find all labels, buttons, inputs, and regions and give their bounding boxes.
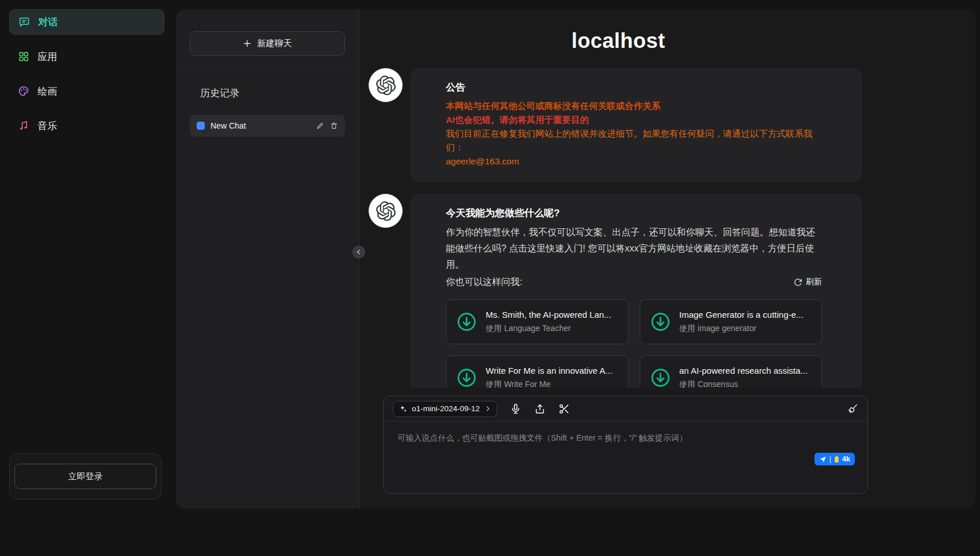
sidebar-item-label: 绘画	[37, 85, 57, 98]
chat-history-item[interactable]: New Chat	[190, 115, 345, 137]
plus-icon	[243, 39, 251, 48]
model-selector[interactable]: o1-mini-2024-09-12	[393, 401, 497, 417]
suggestion-title: an AI-powered research assista...	[679, 366, 808, 375]
sidebar-item-apps[interactable]: 应用	[9, 44, 164, 69]
chat-icon	[18, 16, 30, 28]
suggestion-text: Image Generator is a cutting-e... 使用 ima…	[679, 310, 803, 334]
token-badge[interactable]: | 4k	[814, 453, 855, 465]
suggestion-text: Write For Me is an innovative A... 使用 Wr…	[486, 366, 613, 388]
bot-message-announcement: 公告 本网站与任何其他公司或商标没有任何关联或合作关系 AI也会犯错。请勿将其用…	[369, 68, 862, 182]
suggestion-grid: Ms. Smith, the AI-powered Lan... 使用 Lang…	[446, 299, 822, 388]
chat-input[interactable]	[384, 422, 868, 493]
bot-avatar-icon	[376, 201, 396, 221]
sidebar-item-chat[interactable]: 对话	[9, 9, 164, 35]
bot-avatar-icon	[376, 76, 396, 95]
welcome-title: 今天我能为您做些什么呢?	[446, 206, 822, 220]
page-title: localhost	[369, 29, 868, 53]
mic-button[interactable]	[510, 403, 521, 415]
upload-button[interactable]	[534, 403, 546, 415]
token-count: 4k	[842, 455, 850, 463]
new-chat-label: 新建聊天	[257, 38, 292, 49]
chat-item-icon	[197, 122, 205, 130]
suggestion-subtitle: 使用 Language Teacher	[486, 324, 611, 334]
collapse-icon	[356, 249, 362, 255]
suggestion-title: Image Generator is a cutting-e...	[679, 310, 803, 320]
suggestion-title: Ms. Smith, the AI-powered Lan...	[486, 310, 611, 320]
announcement-bubble: 公告 本网站与任何其他公司或商标没有任何关联或合作关系 AI也会犯错。请勿将其用…	[410, 68, 862, 182]
announcement-line-3: 我们目前正在修复我们网站上的错误并改进细节。如果您有任何疑问，请通过以下方式联系…	[446, 127, 822, 155]
delete-icon[interactable]	[330, 122, 338, 130]
announcement-title: 公告	[446, 81, 822, 94]
login-panel: 立即登录	[9, 453, 162, 499]
token-icon	[834, 456, 839, 463]
chat-item-title: New Chat	[211, 121, 310, 130]
bot-avatar	[369, 68, 403, 102]
chat-message-list[interactable]: 公告 本网站与任何其他公司或商标没有任何关联或合作关系 AI也会犯错。请勿将其用…	[369, 59, 868, 388]
send-icon	[819, 456, 827, 463]
announcement-email[interactable]: ageerle@163.com	[446, 155, 822, 168]
chevron-icon	[485, 405, 491, 412]
suggestion-title: Write For Me is an innovative A...	[486, 366, 613, 375]
suggestion-subtitle: 使用 image generator	[679, 324, 803, 334]
model-name: o1-mini-2024-09-12	[412, 404, 480, 413]
suggestion-card[interactable]: Image Generator is a cutting-e... 使用 ima…	[640, 299, 823, 344]
refresh-button[interactable]: 刷新	[794, 277, 822, 287]
badge-divider: |	[829, 455, 831, 463]
announcement-line-2: AI也会犯错。请勿将其用于重要目的	[446, 113, 822, 127]
refresh-label: 刷新	[806, 277, 822, 287]
composer: o1-mini-2024-09-12	[383, 396, 868, 494]
bot-avatar	[369, 194, 403, 228]
palette-icon	[18, 85, 29, 97]
apps-icon	[18, 51, 29, 62]
sidebar-item-label: 对话	[38, 16, 58, 29]
bot-message-welcome: 今天我能为您做些什么呢? 作为你的智慧伙伴，我不仅可以写文案、出点子，还可以和你…	[369, 194, 862, 388]
suggestion-text: an AI-powered research assista... 使用 Con…	[679, 366, 808, 388]
history-divider	[176, 69, 359, 69]
model-sparkle-icon	[399, 405, 407, 413]
composer-body: | 4k	[384, 422, 868, 493]
sidebar-item-paint[interactable]: 绘画	[9, 78, 164, 104]
clear-context-button[interactable]	[847, 403, 858, 415]
announcement-line-1: 本网站与任何其他公司或商标没有任何关联或合作关系	[446, 99, 822, 113]
welcome-bubble: 今天我能为您做些什么呢? 作为你的智慧伙伴，我不仅可以写文案、出点子，还可以和你…	[410, 194, 862, 388]
suggestion-icon	[649, 367, 671, 388]
suggestion-text: Ms. Smith, the AI-powered Lan... 使用 Lang…	[486, 310, 611, 334]
suggestion-card[interactable]: Write For Me is an innovative A... 使用 Wr…	[446, 355, 629, 388]
sidebar-item-label: 应用	[37, 50, 57, 63]
login-button[interactable]: 立即登录	[14, 464, 156, 489]
chat-main: localhost 公告 本网站与任何其他公司或商标没有任何关联或合作关系 AI…	[359, 9, 975, 509]
music-icon	[18, 120, 29, 132]
ask-row: 你也可以这样问我: 刷新	[446, 274, 822, 290]
suggestion-card[interactable]: Ms. Smith, the AI-powered Lan... 使用 Lang…	[446, 299, 629, 344]
scissors-button[interactable]	[558, 403, 570, 415]
collapse-sidebar-button[interactable]	[352, 246, 365, 258]
edit-icon[interactable]	[316, 122, 324, 130]
composer-toolbar: o1-mini-2024-09-12	[384, 396, 868, 422]
refresh-icon	[794, 278, 802, 287]
new-chat-button[interactable]: 新建聊天	[190, 31, 345, 56]
welcome-body: 作为你的智慧伙伴，我不仅可以写文案、出点子，还可以和你聊天、回答问题。想知道我还…	[446, 224, 822, 273]
history-title: 历史记录	[200, 87, 345, 100]
sidebar-item-label: 音乐	[37, 119, 57, 133]
sidebar: 对话 应用 绘画 音乐 立即登录	[0, 0, 176, 556]
ask-hint: 你也可以这样问我:	[446, 274, 522, 290]
sidebar-item-music[interactable]: 音乐	[9, 113, 164, 138]
history-panel: 新建聊天 历史记录 New Chat	[176, 9, 359, 509]
content-card: 新建聊天 历史记录 New Chat	[176, 9, 975, 509]
suggestion-subtitle: 使用 Write For Me	[486, 380, 613, 388]
suggestion-icon	[649, 311, 671, 333]
suggestion-card[interactable]: an AI-powered research assista... 使用 Con…	[640, 355, 823, 388]
suggestion-subtitle: 使用 Consensus	[679, 380, 808, 388]
suggestion-icon	[456, 367, 478, 388]
suggestion-icon	[456, 311, 478, 333]
